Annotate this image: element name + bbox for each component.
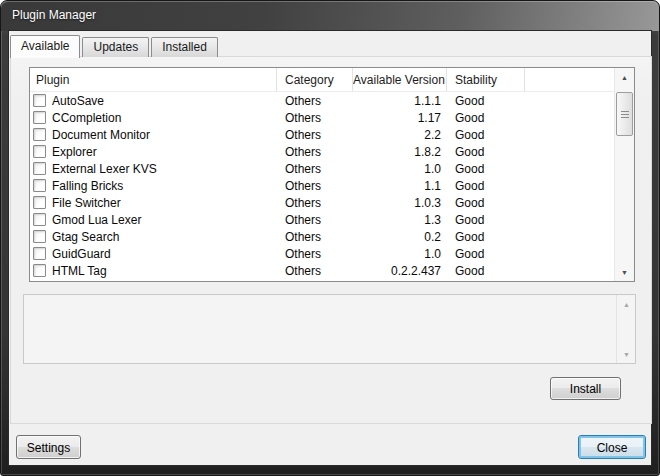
plugin-checkbox[interactable]	[33, 111, 46, 124]
table-row[interactable]: HTML Tag Others 0.2.2.437 Good	[30, 262, 614, 279]
plugin-version: 1.17	[353, 111, 447, 125]
plugin-checkbox[interactable]	[33, 128, 46, 141]
header-category[interactable]: Category	[277, 68, 353, 91]
plugin-name: Falling Bricks	[52, 179, 123, 193]
plugin-name: AutoSave	[52, 94, 104, 108]
plugin-checkbox[interactable]	[33, 196, 46, 209]
scroll-down-icon[interactable]: ▼	[615, 264, 634, 280]
plugin-version: 1.0.3	[353, 196, 447, 210]
tab-label: Updates	[93, 40, 138, 54]
plugin-name: HTML Tag	[52, 264, 107, 278]
plugin-stability: Good	[447, 94, 525, 108]
plugin-name: CCompletion	[52, 111, 121, 125]
plugin-stability: Good	[447, 111, 525, 125]
list-scrollbar[interactable]: ▲ ▼	[614, 68, 634, 281]
table-row[interactable]: CCompletion Others 1.17 Good	[30, 109, 614, 126]
tab-updates[interactable]: Updates	[82, 37, 149, 57]
plugin-checkbox[interactable]	[33, 264, 46, 277]
list-header: Plugin Category Available Version Stabil…	[30, 68, 634, 92]
plugin-category: Others	[277, 94, 353, 108]
plugin-checkbox[interactable]	[33, 162, 46, 175]
plugin-category: Others	[277, 196, 353, 210]
plugin-list[interactable]: Plugin Category Available Version Stabil…	[29, 67, 635, 282]
plugin-version: 1.1	[353, 179, 447, 193]
plugin-version: 1.0	[353, 247, 447, 261]
description-box: ▲ ▼	[23, 294, 636, 364]
desc-scroll-up-icon[interactable]: ▲	[617, 296, 636, 312]
plugin-version: 1.0	[353, 162, 447, 176]
table-row[interactable]: File Switcher Others 1.0.3 Good	[30, 194, 614, 211]
plugin-stability: Good	[447, 128, 525, 142]
install-button[interactable]: Install	[550, 377, 621, 400]
plugin-name: Document Monitor	[52, 128, 150, 142]
header-available-version[interactable]: Available Version	[353, 68, 447, 91]
plugin-stability: Good	[447, 145, 525, 159]
close-button[interactable]: Close	[578, 435, 646, 459]
header-stability[interactable]: Stability	[447, 68, 525, 91]
plugin-stability: Good	[447, 247, 525, 261]
plugin-manager-window: Plugin Manager Available Updates Install…	[0, 0, 660, 476]
plugin-name: External Lexer KVS	[52, 162, 157, 176]
plugin-category: Others	[277, 230, 353, 244]
titlebar[interactable]: Plugin Manager	[1, 1, 659, 31]
description-scrollbar[interactable]: ▲ ▼	[616, 295, 635, 363]
tab-installed[interactable]: Installed	[151, 37, 218, 57]
header-plugin[interactable]: Plugin	[30, 68, 277, 91]
scroll-up-icon[interactable]: ▲	[615, 69, 634, 85]
plugin-checkbox[interactable]	[33, 94, 46, 107]
plugin-category: Others	[277, 145, 353, 159]
plugin-category: Others	[277, 247, 353, 261]
plugin-stability: Good	[447, 162, 525, 176]
table-row[interactable]: AutoSave Others 1.1.1 Good	[30, 92, 614, 109]
plugin-stability: Good	[447, 230, 525, 244]
plugin-category: Others	[277, 213, 353, 227]
plugin-category: Others	[277, 162, 353, 176]
scrollbar-thumb[interactable]	[616, 92, 633, 136]
plugin-checkbox[interactable]	[33, 179, 46, 192]
plugin-category: Others	[277, 264, 353, 278]
plugin-name: File Switcher	[52, 196, 121, 210]
plugin-stability: Good	[447, 213, 525, 227]
plugin-checkbox[interactable]	[33, 213, 46, 226]
plugin-version: 0.2	[353, 230, 447, 244]
plugin-name: GuidGuard	[52, 247, 111, 261]
plugin-version: 1.8.2	[353, 145, 447, 159]
plugin-category: Others	[277, 111, 353, 125]
plugin-version: 1.1.1	[353, 94, 447, 108]
dialog-body: Available Updates Installed Plugin Categ…	[9, 31, 651, 465]
tab-label: Installed	[162, 40, 207, 54]
table-row[interactable]: Gtag Search Others 0.2 Good	[30, 228, 614, 245]
table-row[interactable]: External Lexer KVS Others 1.0 Good	[30, 160, 614, 177]
plugin-checkbox[interactable]	[33, 145, 46, 158]
plugin-name: Gmod Lua Lexer	[52, 213, 141, 227]
table-body: AutoSave Others 1.1.1 Good CCompletion O…	[30, 92, 614, 281]
plugin-version: 1.3	[353, 213, 447, 227]
plugin-version: 2.2	[353, 128, 447, 142]
tab-strip: Available Updates Installed	[10, 34, 220, 57]
plugin-category: Others	[277, 179, 353, 193]
table-row[interactable]: Document Monitor Others 2.2 Good	[30, 126, 614, 143]
settings-button[interactable]: Settings	[16, 435, 81, 459]
plugin-stability: Good	[447, 179, 525, 193]
tab-available[interactable]: Available	[10, 35, 80, 58]
plugin-stability: Good	[447, 264, 525, 278]
thumb-grip-icon	[621, 111, 629, 118]
plugin-version: 0.2.2.437	[353, 264, 447, 278]
table-row[interactable]: Falling Bricks Others 1.1 Good	[30, 177, 614, 194]
plugin-name: Explorer	[52, 145, 97, 159]
table-row[interactable]: GuidGuard Others 1.0 Good	[30, 245, 614, 262]
window-title: Plugin Manager	[12, 8, 96, 22]
desc-scroll-down-icon[interactable]: ▼	[617, 346, 636, 362]
plugin-category: Others	[277, 128, 353, 142]
plugin-stability: Good	[447, 196, 525, 210]
plugin-name: Gtag Search	[52, 230, 119, 244]
plugin-checkbox[interactable]	[33, 247, 46, 260]
plugin-checkbox[interactable]	[33, 230, 46, 243]
tab-label: Available	[21, 39, 69, 53]
table-row[interactable]: Explorer Others 1.8.2 Good	[30, 143, 614, 160]
table-row[interactable]: Gmod Lua Lexer Others 1.3 Good	[30, 211, 614, 228]
